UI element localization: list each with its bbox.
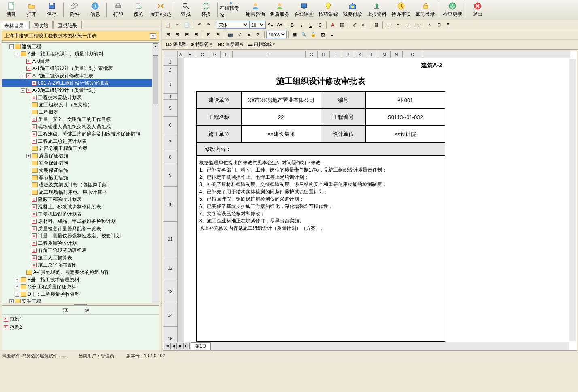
redo-button[interactable]: ↷ (204, 21, 213, 29)
grid-button[interactable]: ▦ (290, 31, 299, 39)
delete-col-button[interactable]: ⊟ (191, 31, 200, 39)
border-button[interactable]: ▦ (372, 21, 381, 29)
open-button[interactable]: 打开 (22, 1, 41, 19)
special-button[interactable]: Φ 特殊符号 (189, 40, 215, 49)
cell-label[interactable]: 建设单位 (197, 92, 242, 109)
find-button[interactable]: 查找 (176, 1, 196, 19)
insert-col-button[interactable]: ⊞ (182, 31, 191, 39)
example-item[interactable]: 范例2 (2, 323, 159, 332)
align-left-button[interactable]: ☰ (385, 21, 393, 29)
doc-body[interactable]: 根据监理单位提出的修改意见本企业针对问题作如下修改：1、已补充各部门、科室、工种… (197, 156, 445, 342)
delete-row-button[interactable]: ⊟ (173, 31, 182, 39)
exit-button[interactable]: 退出 (468, 1, 487, 19)
tree-node-selected[interactable]: 001-A-2施工组织设计修改审批表 (2, 79, 159, 87)
todo-button[interactable]: 待办事项 (389, 1, 413, 19)
right-panel: 📋 ✂ 📄 ↶ ↷ 宋体 10 A▴ A▾ B I U S A ▦ (162, 20, 578, 352)
tab-searchresult[interactable]: 查找结果 (53, 21, 82, 29)
doc-icon (32, 139, 37, 144)
fontcolor-button[interactable]: A (328, 21, 337, 29)
pay-button[interactable]: 我要付款 (341, 1, 364, 19)
doc-icon (32, 212, 37, 216)
sheet-nav-first[interactable]: ⏮ (164, 343, 170, 349)
cell-value[interactable]: 补 001 (366, 92, 445, 109)
doc-icon (32, 81, 37, 85)
update-button[interactable]: 检查更新 (441, 1, 464, 19)
column-headers[interactable]: ABCDEFGHIJKLMNO (178, 51, 570, 58)
undo-button[interactable]: ↶ (195, 21, 204, 29)
class-button[interactable]: 在线课堂 (292, 1, 316, 19)
random-button[interactable]: 123 随机数 (164, 40, 188, 49)
save-button[interactable]: 保存 (42, 1, 62, 19)
font-select[interactable]: 宋体 (217, 21, 249, 29)
camera-button[interactable]: 📷 (226, 31, 235, 39)
fillcolor-button[interactable]: ▦ (338, 21, 346, 29)
aftersale-button[interactable]: 售后服务 (268, 1, 291, 19)
folder-icon (32, 146, 38, 151)
fontsize-select[interactable]: 10 (249, 21, 266, 29)
cell-value[interactable]: XX市XX房地产置业有限公司 (241, 92, 321, 109)
panel-title-bar[interactable]: 上海市建筑工程竣工验收技术资料统一用表 ▾ (2, 31, 159, 41)
preview-button[interactable]: 预览 (129, 1, 148, 19)
paste-button[interactable]: 📄 (182, 21, 191, 29)
new-button[interactable]: 新建 (2, 1, 21, 19)
align-right-button[interactable]: ☰ (403, 21, 412, 29)
underline-button[interactable]: U (306, 21, 315, 29)
sheet-tab[interactable]: 第1页 (191, 342, 211, 350)
sheet-content[interactable]: 建筑A-2 施工组织设计修改审批表 建设单位 XX市XX房地产置业有限公司 编号… (178, 58, 570, 342)
valign-bot-button[interactable]: ⊻ (444, 21, 453, 29)
copy-button[interactable]: 📋 (164, 21, 172, 29)
tree-scrollbar[interactable]: ▲ (152, 43, 159, 303)
expand-collapse-button[interactable]: 展开/收起 (149, 1, 172, 19)
grid-corner[interactable] (163, 51, 178, 58)
unmerge-button[interactable]: ⊞ (213, 31, 222, 39)
sheet-nav-next[interactable]: ▶ (177, 343, 183, 349)
row-headers[interactable]: 123456789101112131415 (163, 58, 178, 342)
formula-button[interactable]: √ (235, 31, 244, 39)
valign-top-button[interactable]: ⊼ (425, 21, 434, 29)
dropdown-icon[interactable]: ▾ (150, 33, 156, 39)
sheet-nav-last[interactable]: ⏭ (183, 343, 190, 349)
replace-button[interactable]: 替换 (196, 1, 216, 19)
tree-view[interactable]: −建筑工程 −A册：施工组织设计、质量计划资料 A-0目录 A-1施工组织设计（… (2, 42, 159, 303)
example-pane: 范 例 范例1 范例2 (2, 305, 159, 350)
superscript-button[interactable]: x² (350, 21, 359, 29)
align-center-button[interactable]: ≡ (394, 21, 403, 29)
align-justify-button[interactable]: ☰ (412, 21, 421, 29)
info-button[interactable]: i信息 (85, 1, 105, 19)
pi-button[interactable]: π (244, 31, 253, 39)
zoom-select[interactable]: 100% (266, 31, 287, 38)
tab-catalog[interactable]: 表格目录 (0, 21, 28, 29)
upload-button[interactable]: 上报资料 (365, 1, 389, 19)
find-button[interactable]: 🔍 (300, 31, 308, 39)
valign-mid-button[interactable]: ⊟ (434, 21, 443, 29)
italic-button[interactable]: I (297, 21, 306, 29)
lock-button[interactable]: 🔒 (309, 31, 318, 39)
tab-recycle[interactable]: 回收站 (29, 21, 53, 29)
sheet-nav-prev[interactable]: ◀ (170, 343, 177, 349)
fontsize-up-button[interactable]: A▴ (266, 21, 275, 29)
expert-button[interactable]: e在线找专家 (219, 1, 243, 19)
equal-button[interactable]: = (327, 31, 336, 39)
strike-button[interactable]: S (316, 21, 325, 29)
subscript-button[interactable]: x₂ (359, 21, 368, 29)
tips-button[interactable]: 技巧集锦 (317, 1, 340, 19)
spreadsheet-area[interactable]: ABCDEFGHIJKLMNO 123456789101112131415 建筑… (163, 51, 577, 351)
insert-row-button[interactable]: ⊞ (164, 31, 172, 39)
fontsize-down-button[interactable]: A▾ (275, 21, 284, 29)
sales-button[interactable]: 销售咨询 (244, 1, 267, 19)
login-button[interactable]: 账号登录 (414, 1, 437, 19)
merge-button[interactable]: ⊡ (204, 31, 213, 39)
vertical-scrollbar[interactable] (570, 59, 576, 341)
example-item[interactable]: 范例1 (2, 315, 159, 323)
form-table[interactable]: 建设单位 XX市XX房地产置业有限公司 编号 补 001 工程名称 22 工程编… (196, 91, 445, 342)
sigma-button[interactable]: Σ (254, 31, 263, 39)
tree-toggle[interactable]: − (9, 44, 14, 49)
cut-button[interactable]: ✂ (173, 21, 182, 29)
cell-label[interactable]: 编号 (321, 92, 366, 109)
print-button[interactable]: 打印 (108, 1, 128, 19)
bold-button[interactable]: B (288, 21, 297, 29)
drawdel-button[interactable]: ▬ 画删除线 ▾ (246, 40, 277, 49)
attach-button[interactable]: 附件 (65, 1, 85, 19)
renumber-button[interactable]: NO 重新编号 (216, 40, 246, 49)
image-button[interactable]: 🖼 (318, 31, 327, 39)
